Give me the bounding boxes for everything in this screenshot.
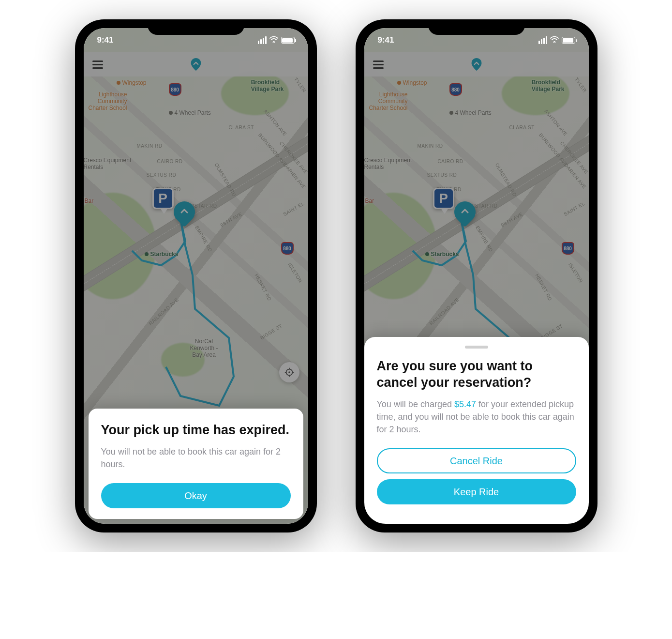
phone-frame-left: Brookfield Village Park Wingstop Lightho… [75, 19, 317, 532]
drag-handle[interactable] [465, 346, 488, 349]
status-time: 9:41 [378, 35, 394, 45]
screen: Brookfield Village Park Wingstop Lightho… [364, 28, 589, 524]
wifi-icon [269, 35, 278, 45]
wifi-icon [550, 35, 559, 45]
sheet-price: $5.47 [454, 399, 476, 409]
cancel-ride-button[interactable]: Cancel Ride [377, 448, 576, 473]
bottom-sheet-expired: Your pick up time has expired. You will … [89, 409, 303, 519]
sheet-title: Are you sure you want to cancel your res… [377, 358, 576, 391]
battery-icon [281, 37, 295, 44]
notch [428, 19, 525, 35]
signal-icon [258, 36, 267, 44]
sheet-body-pre: You will be charged [377, 399, 454, 409]
screen: Brookfield Village Park Wingstop Lightho… [84, 28, 308, 524]
status-time: 9:41 [97, 35, 114, 45]
sheet-title: Your pick up time has expired. [101, 422, 291, 439]
bottom-sheet-cancel: Are you sure you want to cancel your res… [364, 337, 589, 524]
sheet-body: You will be charged $5.47 for your exten… [377, 398, 576, 436]
phone-frame-right: Brookfield Village Park Wingstop Lightho… [356, 19, 597, 532]
sheet-body: You will not be able to book this car ag… [101, 445, 291, 471]
signal-icon [538, 36, 547, 44]
notch [148, 19, 244, 35]
battery-icon [562, 37, 575, 44]
keep-ride-button[interactable]: Keep Ride [377, 479, 576, 504]
okay-button[interactable]: Okay [101, 483, 291, 508]
